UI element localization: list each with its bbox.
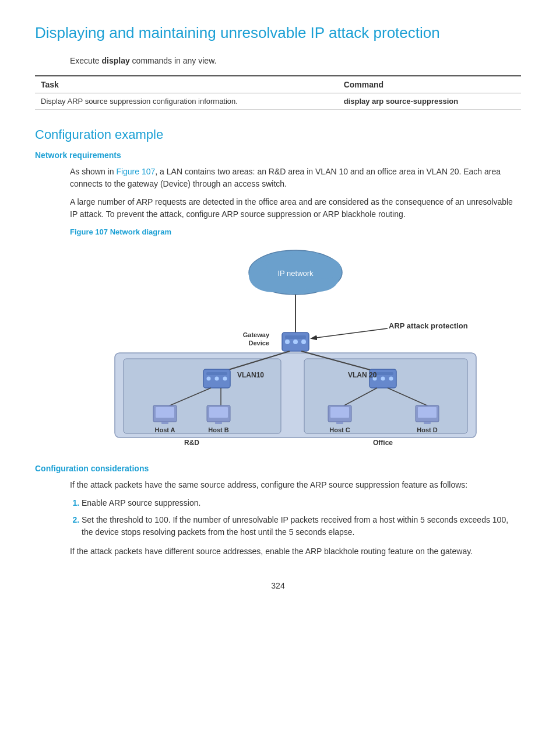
svg-rect-22	[206, 372, 227, 375]
intro-bold: display	[101, 56, 129, 65]
svg-rect-37	[215, 422, 222, 424]
svg-rect-14	[285, 335, 306, 339]
svg-rect-42	[418, 407, 437, 418]
table-header-command: Command	[338, 76, 521, 93]
svg-point-21	[223, 377, 227, 381]
office-label: Office	[373, 439, 393, 447]
vlan10-label: VLAN10	[237, 371, 264, 379]
config-considerations-outro: If the attack packets have different sou…	[70, 545, 521, 558]
figure-label: Figure 107 Network diagram	[70, 226, 521, 238]
figure-107-link[interactable]: Figure 107	[116, 167, 155, 176]
command-table: Task Command Display ARP source suppress…	[35, 75, 521, 110]
vlan20-label: VLAN 20	[348, 371, 377, 379]
network-requirements-subsection: Network requirements As shown in Figure …	[35, 150, 521, 453]
page-title: Displaying and maintaining unresolvable …	[35, 23, 521, 43]
svg-point-12	[293, 340, 298, 344]
table-cell-task: Display ARP source suppression configura…	[35, 93, 338, 109]
network-diagram: IP network Gateway Device ARP attack pro…	[70, 242, 521, 452]
svg-point-19	[207, 377, 211, 381]
network-requirements-para2: A large number of ARP requests are detec…	[70, 196, 521, 220]
para1-before: As shown in	[70, 167, 116, 176]
ip-network-label: IP network	[277, 269, 314, 278]
page-number: 324	[35, 581, 521, 590]
configuration-considerations-subsection: Configuration considerations If the atta…	[35, 464, 521, 558]
svg-rect-39	[330, 407, 349, 418]
network-requirements-para1: As shown in Figure 107, a LAN contains t…	[70, 166, 521, 190]
svg-point-13	[301, 340, 306, 344]
configuration-considerations-title: Configuration considerations	[35, 464, 521, 473]
svg-rect-36	[209, 407, 228, 418]
table-row: Display ARP source suppression configura…	[35, 93, 521, 109]
svg-point-20	[215, 377, 219, 381]
svg-point-11	[285, 340, 290, 344]
svg-rect-40	[336, 422, 343, 424]
network-requirements-title: Network requirements	[35, 150, 521, 160]
diagram-svg: IP network Gateway Device ARP attack pro…	[97, 242, 494, 452]
host-c-label: Host C	[329, 426, 350, 433]
arp-attack-label: ARP attack protection	[389, 321, 468, 330]
svg-point-26	[389, 377, 393, 381]
svg-rect-33	[156, 407, 174, 418]
gateway-label: Gateway	[243, 331, 270, 338]
config-considerations-intro: If the attack packets have the same sour…	[70, 479, 521, 491]
step-item: Enable ARP source suppression.	[82, 497, 521, 509]
intro-text-after: commands in any view.	[130, 56, 217, 65]
intro-paragraph: Execute display commands in any view.	[70, 55, 521, 67]
svg-rect-43	[424, 422, 431, 424]
intro-text-before: Execute	[70, 56, 101, 65]
table-header-task: Task	[35, 76, 338, 93]
table-cell-command: display arp source-suppression	[338, 93, 521, 109]
steps-list: Enable ARP source suppression.Set the th…	[82, 497, 521, 538]
svg-point-25	[381, 377, 385, 381]
configuration-example-title: Configuration example	[35, 127, 521, 142]
configuration-example-section: Configuration example Network requiremen…	[35, 127, 521, 558]
host-a-label: Host A	[154, 426, 175, 433]
host-b-label: Host B	[208, 426, 229, 433]
svg-rect-34	[161, 422, 168, 424]
svg-rect-1	[124, 359, 281, 433]
rd-label: R&D	[184, 439, 199, 447]
host-d-label: Host D	[417, 426, 438, 433]
step-item: Set the threshold to 100. If the number …	[82, 514, 521, 538]
device-label: Device	[249, 340, 269, 346]
svg-line-15	[312, 328, 388, 338]
